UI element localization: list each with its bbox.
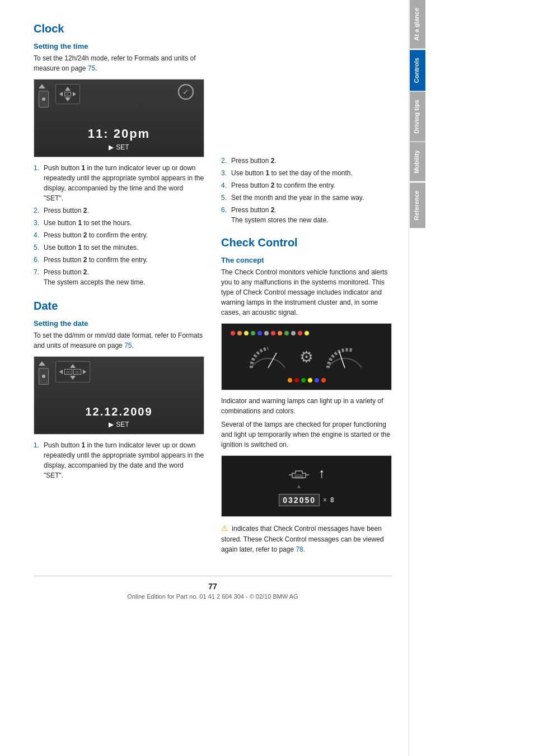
- tab-driving-tips[interactable]: Driving tips: [410, 92, 425, 142]
- setting-date-subtitle: Setting the date: [34, 319, 204, 328]
- time-step-2: 2.Press button 2.: [34, 206, 204, 216]
- tab-mobility[interactable]: Mobility: [410, 142, 425, 181]
- date-step-3: 3.Use button 1 to set the day of the mon…: [221, 168, 392, 178]
- svg-line-0: [268, 353, 277, 368]
- date-set-label: SET: [116, 421, 129, 428]
- page-link-78[interactable]: 78: [296, 545, 303, 553]
- svg-rect-2: [294, 474, 303, 479]
- speedometer-gauge: [246, 343, 291, 371]
- time-set-label: SET: [116, 143, 129, 151]
- page-link-75-date[interactable]: 75: [124, 342, 132, 349]
- sidebar-tabs: At a glance Controls Driving tips Mobili…: [409, 0, 425, 756]
- date-step-1: 1.Push button 1 in the turn indicator le…: [34, 440, 204, 480]
- concept-body2: Several of the lamps are checked for pro…: [221, 419, 392, 450]
- time-step-3: 3.Use button 1 to set the hours.: [34, 218, 204, 228]
- page-number: 77: [34, 582, 392, 591]
- date-step-2: 2.Press button 2.: [221, 156, 392, 166]
- date-steps-list: 1.Push button 1 in the turn indicator le…: [34, 440, 204, 480]
- setting-time-intro: To set the 12h/24h mode, refer to Format…: [34, 53, 204, 73]
- date-step-5: 5.Set the month and the year in the same…: [221, 193, 392, 203]
- rpm-gauge: [322, 343, 367, 371]
- date-step-6: 6.Press button 2.The system stores the n…: [221, 205, 392, 225]
- tab-reference[interactable]: Reference: [410, 183, 425, 228]
- tab-controls[interactable]: Controls: [410, 50, 425, 91]
- time-step-1: 1.Push button 1 in the turn indicator le…: [34, 163, 204, 203]
- time-display-image: ✓ ✓ 11: 20pm: [34, 79, 204, 157]
- cluster-image-1-caption: Indicator and warning lamps can light up…: [221, 396, 392, 416]
- check-control-title: Check Control: [221, 236, 392, 249]
- time-step-5: 5.Use button 1 to set the minutes.: [34, 242, 204, 253]
- concept-subtitle: The concept: [221, 256, 392, 264]
- main-content: Clock Setting the time To set the 12h/24…: [0, 0, 409, 756]
- warning-triangle-icon: ⚠: [221, 522, 228, 534]
- setting-time-subtitle: Setting the time: [34, 42, 204, 50]
- date-value: 12.12.2009: [85, 405, 152, 418]
- page-link-75[interactable]: 75: [88, 64, 95, 72]
- date-title: Date: [34, 300, 204, 312]
- footer-text: Online Edition for Part no. 01 41 2 604 …: [127, 593, 298, 600]
- odometer-image: A ↑ 032050 × 8: [221, 455, 392, 517]
- setting-date-intro: To set the dd/mm or mm/dd date format, r…: [34, 330, 204, 351]
- tab-at-a-glance[interactable]: At a glance: [410, 0, 425, 49]
- time-step-7: 7.Press button 2.The system accepts the …: [34, 267, 204, 287]
- concept-body: The Check Control monitors vehicle funct…: [221, 267, 392, 318]
- left-column: Clock Setting the time To set the 12h/24…: [34, 22, 204, 559]
- date-display-image: 00 00 12.12.2009 ▶ SET: [34, 356, 204, 435]
- page-footer: 77 Online Edition for Part no. 01 41 2 6…: [34, 576, 392, 600]
- date-continued-steps: 2.Press button 2. 3.Use button 1 to set …: [221, 156, 392, 225]
- clock-title: Clock: [34, 22, 204, 35]
- date-steps-continued: 2.Press button 2. 3.Use button 1 to set …: [221, 22, 392, 225]
- time-step-4: 4.Press button 2 to confirm the entry.: [34, 230, 204, 240]
- warning-message: ⚠ indicates that Check Control messages …: [221, 522, 392, 554]
- time-steps-list: 1.Push button 1 in the turn indicator le…: [34, 163, 204, 287]
- engine-icon: [288, 466, 310, 483]
- time-value: 11: 20pm: [88, 127, 150, 141]
- date-step-4: 4.Press button 2 to confirm the entry.: [221, 180, 392, 190]
- cluster-image-1: ⚙: [221, 323, 392, 390]
- right-column: 2.Press button 2. 3.Use button 1 to set …: [221, 22, 392, 559]
- time-step-6: 6.Press button 2 to confirm the entry.: [34, 255, 204, 265]
- svg-line-1: [339, 352, 345, 368]
